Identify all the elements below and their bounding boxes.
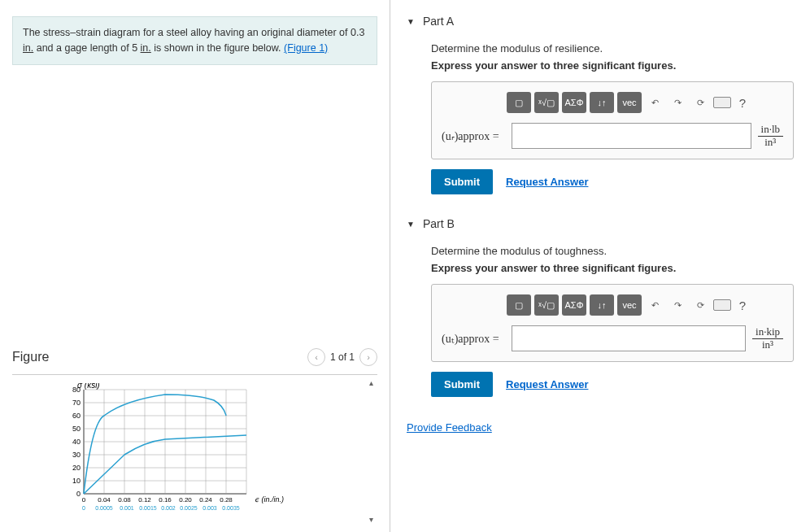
svg-text:0.20: 0.20 [179, 496, 192, 504]
left-panel: The stress–strain diagram for a steel al… [0, 0, 390, 532]
vec-button[interactable]: vec [617, 92, 642, 113]
svg-text:0: 0 [82, 505, 85, 511]
sqrt-button[interactable]: ᵡ√▢ [534, 294, 559, 316]
part-b-instruction: Determine the modulus of toughness. [431, 245, 794, 257]
stress-strain-chart: σ (ksi) 01020304050607080 [61, 383, 305, 521]
svg-text:0.16: 0.16 [159, 496, 172, 504]
x-ticks-large: 00.040.080.120.160.200.240.28 [82, 496, 233, 504]
svg-text:0.24: 0.24 [199, 496, 212, 504]
curve-large-strain [84, 395, 226, 494]
unit-numerator: in·lb [758, 124, 783, 136]
help-icon[interactable]: ? [734, 96, 751, 110]
svg-text:0.001: 0.001 [120, 505, 134, 511]
svg-text:0.0005: 0.0005 [95, 505, 113, 511]
scroll-up-icon[interactable]: ▴ [364, 378, 377, 387]
part-b-body: Determine the modulus of toughness. Expr… [407, 237, 794, 413]
keyboard-icon[interactable] [713, 299, 731, 311]
x-axis-label: ϵ (in./in.) [255, 495, 284, 504]
submit-button-b[interactable]: Submit [431, 372, 493, 397]
greek-button[interactable]: ΑΣΦ [562, 92, 586, 113]
unit: in. [141, 42, 151, 54]
y-ticks: 01020304050607080 [72, 386, 81, 498]
equation-toolbar: ▢ ᵡ√▢ ΑΣΦ ↓↑ vec ↶ ↷ ⟳ ? [442, 294, 783, 316]
svg-text:0.0015: 0.0015 [139, 505, 157, 511]
collapse-icon: ▼ [407, 17, 415, 26]
equation-toolbar: ▢ ᵡ√▢ ΑΣΦ ↓↑ vec ↶ ↷ ⟳ ? [442, 92, 783, 113]
provide-feedback-link[interactable]: Provide Feedback [407, 413, 492, 442]
part-b-title: Part B [423, 217, 455, 230]
pager-text: 1 of 1 [330, 351, 355, 363]
request-answer-b[interactable]: Request Answer [506, 378, 588, 390]
y-axis-label: σ (ksi) [77, 383, 100, 390]
part-a-instruction: Determine the modulus of resilience. [431, 42, 794, 55]
variable-label-a: (uᵣ)approx = [442, 129, 505, 143]
problem-text: The stress–strain diagram for a steel al… [23, 27, 364, 38]
variable-label-b: (uₜ)approx = [442, 332, 505, 346]
request-answer-a[interactable]: Request Answer [506, 176, 588, 188]
svg-text:0: 0 [82, 496, 86, 504]
svg-text:50: 50 [72, 425, 81, 433]
part-a-body: Determine the modulus of resilience. Exp… [407, 34, 794, 211]
problem-text: and a gage length of 5 [33, 42, 140, 54]
svg-text:0: 0 [76, 490, 81, 498]
right-panel: ▼ Part A Determine the modulus of resili… [390, 0, 810, 532]
svg-text:30: 30 [72, 451, 81, 459]
vec-button[interactable]: vec [617, 294, 642, 316]
svg-text:20: 20 [72, 464, 81, 472]
unit-a: in·lb in³ [758, 124, 783, 148]
submit-button-a[interactable]: Submit [431, 169, 493, 194]
reset-button[interactable]: ⟳ [690, 294, 710, 316]
svg-text:0.28: 0.28 [220, 496, 233, 504]
answer-box-b: ▢ ᵡ√▢ ΑΣΦ ↓↑ vec ↶ ↷ ⟳ ? (uₜ)approx = in… [431, 284, 794, 362]
sqrt-button[interactable]: ᵡ√▢ [534, 92, 559, 113]
pager-next-button[interactable]: › [359, 348, 377, 366]
help-icon[interactable]: ? [734, 299, 751, 312]
figure-title: Figure [12, 350, 49, 364]
svg-text:0.003: 0.003 [202, 505, 217, 511]
svg-text:0.08: 0.08 [118, 496, 131, 504]
unit: in. [23, 42, 33, 54]
svg-text:0.04: 0.04 [98, 496, 111, 504]
svg-text:10: 10 [72, 477, 81, 485]
unit-b: in·kip in³ [752, 326, 783, 351]
answer-input-b[interactable] [512, 325, 746, 351]
part-b-header[interactable]: ▼ Part B [407, 211, 794, 237]
templates-button[interactable]: ▢ [507, 92, 531, 113]
redo-button[interactable]: ↷ [668, 92, 687, 113]
x-ticks-small: 00.00050.0010.00150.0020.00250.0030.0035 [82, 505, 240, 511]
redo-button[interactable]: ↷ [668, 294, 687, 316]
svg-text:70: 70 [72, 399, 81, 407]
problem-text: is shown in the figure below. [151, 42, 284, 54]
figure-link[interactable]: (Figure 1) [284, 42, 328, 54]
svg-text:40: 40 [72, 438, 81, 446]
unit-numerator: in·kip [752, 326, 783, 338]
svg-text:80: 80 [72, 386, 81, 394]
problem-statement: The stress–strain diagram for a steel al… [12, 16, 377, 65]
part-a-header[interactable]: ▼ Part A [407, 8, 794, 34]
answer-box-a: ▢ ᵡ√▢ ΑΣΦ ↓↑ vec ↶ ↷ ⟳ ? (uᵣ)approx = in… [431, 81, 794, 159]
svg-text:0.0025: 0.0025 [180, 505, 198, 511]
templates-button[interactable]: ▢ [507, 294, 531, 316]
undo-button[interactable]: ↶ [645, 294, 664, 316]
undo-button[interactable]: ↶ [645, 92, 664, 113]
figure-section: Figure ‹ 1 of 1 › ▴ σ (ksi) [12, 348, 377, 524]
answer-input-a[interactable] [512, 123, 751, 149]
svg-text:0.0035: 0.0035 [222, 505, 240, 511]
svg-text:0.002: 0.002 [161, 505, 176, 511]
scroll-down-icon[interactable]: ▾ [364, 515, 377, 524]
reset-button[interactable]: ⟳ [690, 92, 710, 113]
arrows-button[interactable]: ↓↑ [590, 294, 614, 316]
part-a-format: Express your answer to three significant… [431, 59, 794, 72]
svg-text:0.12: 0.12 [138, 496, 151, 504]
part-b-format: Express your answer to three significant… [431, 262, 794, 274]
part-a-title: Part A [423, 15, 454, 28]
arrows-button[interactable]: ↓↑ [590, 92, 614, 113]
figure-pager: ‹ 1 of 1 › [307, 348, 377, 366]
unit-denominator: in³ [764, 137, 776, 148]
greek-button[interactable]: ΑΣΦ [562, 294, 586, 316]
pager-prev-button[interactable]: ‹ [307, 348, 325, 366]
svg-text:60: 60 [72, 412, 81, 420]
keyboard-icon[interactable] [713, 97, 731, 108]
unit-denominator: in³ [762, 339, 773, 351]
collapse-icon: ▼ [407, 220, 415, 229]
